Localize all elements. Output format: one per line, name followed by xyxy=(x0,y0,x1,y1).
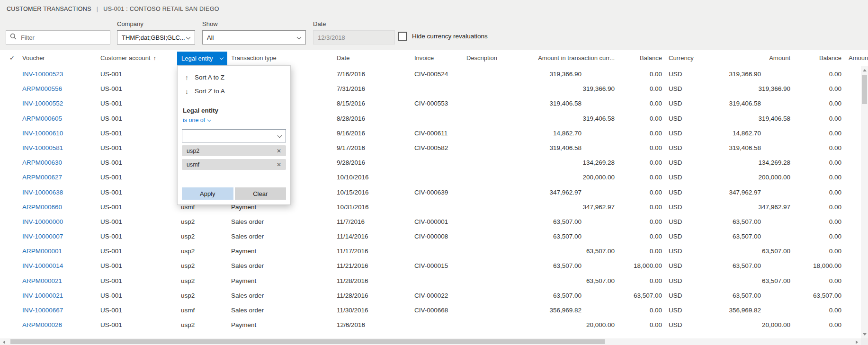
table-row[interactable]: ARPM000021 US-001 usp2 Payment 11/28/201… xyxy=(0,274,861,288)
voucher-link[interactable]: INV-10000021 xyxy=(22,288,96,303)
column-header-customer-account[interactable]: Customer account↑ xyxy=(100,50,176,66)
column-header-invoice[interactable]: Invoice xyxy=(414,50,469,66)
cell-amount: 63,507.00 xyxy=(705,244,790,258)
vertical-scrollbar[interactable] xyxy=(861,66,868,338)
voucher-link[interactable]: INV-10000000 xyxy=(22,214,96,229)
horizontal-scrollbar-thumb[interactable] xyxy=(10,339,605,344)
show-dropdown[interactable]: All xyxy=(202,30,306,44)
filter-operator-selector[interactable]: is one of xyxy=(183,117,211,124)
cell-balance-2: 0.00 xyxy=(794,303,841,318)
voucher-link[interactable]: INV-10000581 xyxy=(22,141,96,155)
quick-filter[interactable] xyxy=(6,30,110,44)
cell-balance-2: 0.00 xyxy=(794,244,841,258)
table-row[interactable]: INV-10000552 US-001 8/15/2016 CIV-000553… xyxy=(0,96,861,111)
voucher-link[interactable]: INV-10000610 xyxy=(22,126,96,141)
voucher-link[interactable]: INV-10000014 xyxy=(22,258,96,273)
voucher-link[interactable]: ARPM000021 xyxy=(22,274,96,288)
cell-customer-account: US-001 xyxy=(100,229,176,244)
voucher-link[interactable]: INV-10000552 xyxy=(22,96,96,111)
sort-z-to-a-item[interactable]: ↓ Sort Z to A xyxy=(182,84,286,98)
scroll-left-arrow-icon[interactable] xyxy=(3,340,5,344)
show-value: All xyxy=(207,34,214,41)
cell-balance: 0.00 xyxy=(615,81,662,96)
cell-balance: 0.00 xyxy=(615,126,662,141)
voucher-link[interactable]: ARPM000556 xyxy=(22,81,96,96)
cell-date: 11/21/2016 xyxy=(337,258,408,273)
voucher-link[interactable]: ARPM000605 xyxy=(22,111,96,126)
column-header-amount-2[interactable]: Amount xyxy=(849,50,868,66)
remove-tag-icon[interactable]: ✕ xyxy=(277,161,281,168)
cell-customer-account: US-001 xyxy=(100,155,176,170)
voucher-link[interactable]: ARPM000660 xyxy=(22,200,96,214)
cell-customer-account: US-001 xyxy=(100,81,176,96)
voucher-link[interactable]: INV-10000638 xyxy=(22,185,96,200)
table-row[interactable]: ARPM000001 US-001 usp2 Payment 11/17/201… xyxy=(0,244,861,258)
column-header-voucher[interactable]: Voucher xyxy=(22,50,96,66)
filter-tag-usp2[interactable]: usp2 ✕ xyxy=(182,145,286,156)
table-row[interactable]: ARPM000660 US-001 usmf Payment 10/31/201… xyxy=(0,200,861,214)
table-row[interactable]: INV-10000638 US-001 10/15/2016 CIV-00063… xyxy=(0,185,861,200)
flyout-buttons: Apply Clear xyxy=(182,187,286,200)
cell-legal-entity: usmf xyxy=(181,303,228,318)
clear-button[interactable]: Clear xyxy=(235,187,286,200)
cell-invoice: CIV-000639 xyxy=(414,185,469,200)
date-field: 12/3/2018 xyxy=(313,30,395,44)
column-header-amount-transaction-currency[interactable]: Amount in transaction curr... xyxy=(521,50,615,66)
column-header-transaction-type[interactable]: Transaction type xyxy=(231,50,326,66)
company-dropdown[interactable]: THMF;dat;GBSI;GLC... xyxy=(117,30,195,44)
voucher-link[interactable]: ARPM000630 xyxy=(22,155,96,170)
horizontal-scrollbar[interactable] xyxy=(0,338,861,345)
voucher-link[interactable]: INV-10000667 xyxy=(22,303,96,318)
hide-revaluations-label: Hide currency revaluations xyxy=(412,33,488,40)
table-row[interactable]: ARPM000630 US-001 9/28/2016 134,269.28 0… xyxy=(0,155,861,170)
filter-value-combobox[interactable] xyxy=(182,129,286,142)
column-header-currency[interactable]: Currency xyxy=(669,50,702,66)
column-header-legal-entity-filter-chip[interactable]: Legal entity xyxy=(177,52,227,65)
scroll-up-arrow-icon[interactable] xyxy=(863,69,867,71)
filter-value-input[interactable] xyxy=(182,130,286,142)
legal-entity-filter-flyout: ↑ Sort A to Z ↓ Sort Z to A Legal entity… xyxy=(177,65,291,205)
column-header-balance[interactable]: Balance xyxy=(615,50,662,66)
table-row[interactable]: INV-10000581 US-001 9/17/2016 CIV-000582… xyxy=(0,141,861,155)
column-header-date[interactable]: Date xyxy=(337,50,408,66)
cell-currency: USD xyxy=(669,258,702,273)
vertical-scrollbar-thumb[interactable] xyxy=(862,75,867,104)
remove-tag-icon[interactable]: ✕ xyxy=(277,148,281,154)
select-all-checkmark[interactable]: ✓ xyxy=(9,50,21,66)
cell-balance: 0.00 xyxy=(615,200,662,214)
table-row[interactable]: ARPM000605 US-001 8/28/2016 319,406.58 0… xyxy=(0,111,861,126)
filter-tag-usmf[interactable]: usmf ✕ xyxy=(182,159,286,170)
sort-a-to-z-item[interactable]: ↑ Sort A to Z xyxy=(182,71,286,84)
apply-button[interactable]: Apply xyxy=(182,187,233,200)
voucher-link[interactable]: INV-10000007 xyxy=(22,229,96,244)
cell-balance: 0.00 xyxy=(615,67,662,81)
scroll-down-arrow-icon[interactable] xyxy=(863,333,867,336)
page-title-bar: CUSTOMER TRANSACTIONS | US-001 : CONTOSO… xyxy=(0,0,868,18)
hide-revaluations-checkbox[interactable] xyxy=(398,32,407,41)
table-row[interactable]: INV-10000667 US-001 usmf Sales order 11/… xyxy=(0,303,861,318)
cell-date: 10/15/2016 xyxy=(337,185,408,200)
cell-amount: 63,507.00 xyxy=(705,288,790,303)
cell-balance: 0.00 xyxy=(615,244,662,258)
grid-header: ✓ Voucher Customer account↑ Transaction … xyxy=(0,50,868,66)
table-row[interactable]: INV-10000000 US-001 usp2 Sales order 11/… xyxy=(0,214,861,229)
column-header-amount[interactable]: Amount xyxy=(705,50,790,66)
table-row[interactable]: INV-10000610 US-001 9/16/2016 CIV-000611… xyxy=(0,126,861,141)
cell-currency: USD xyxy=(669,185,702,200)
voucher-link[interactable]: INV-10000523 xyxy=(22,67,96,81)
scroll-right-arrow-icon[interactable] xyxy=(856,340,858,344)
table-row[interactable]: ARPM000026 US-001 usp2 Payment 12/6/2016… xyxy=(0,318,861,332)
voucher-link[interactable]: ARPM000026 xyxy=(22,318,96,332)
table-row[interactable]: ARPM000627 US-001 10/10/2016 200,000.00 … xyxy=(0,170,861,185)
table-row[interactable]: ARPM000556 US-001 7/31/2016 319,366.90 0… xyxy=(0,81,861,96)
cell-legal-entity: usp2 xyxy=(181,229,228,244)
voucher-link[interactable]: ARPM000627 xyxy=(22,170,96,185)
filter-input[interactable] xyxy=(20,34,106,42)
table-row[interactable]: INV-10000021 US-001 usp2 Sales order 11/… xyxy=(0,288,861,303)
cell-customer-account: US-001 xyxy=(100,185,176,200)
column-header-balance-2[interactable]: Balance xyxy=(794,50,841,66)
table-row[interactable]: INV-10000014 US-001 usp2 Sales order 11/… xyxy=(0,258,861,273)
table-row[interactable]: INV-10000523 US-001 7/16/2016 CIV-000524… xyxy=(0,67,861,81)
voucher-link[interactable]: ARPM000001 xyxy=(22,244,96,258)
table-row[interactable]: INV-10000007 US-001 usp2 Sales order 11/… xyxy=(0,229,861,244)
